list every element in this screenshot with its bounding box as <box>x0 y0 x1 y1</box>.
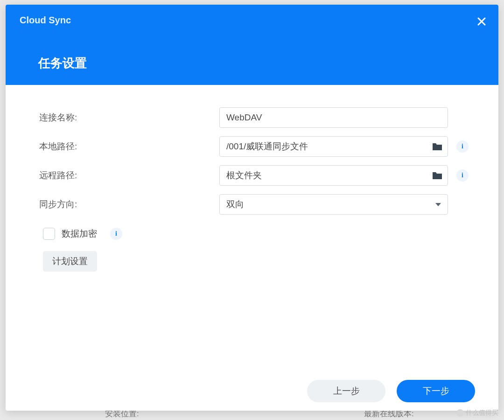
page-title: 任务设置 <box>38 55 87 71</box>
select-sync-direction[interactable]: 双向 <box>219 194 448 215</box>
app-title: Cloud Sync <box>20 15 71 26</box>
row-sync-direction: 同步方向: 双向 <box>39 194 470 215</box>
label-sync-direction: 同步方向: <box>39 198 219 210</box>
label-remote-path: 远程路径: <box>39 169 219 182</box>
input-connection-name[interactable] <box>219 107 448 128</box>
browse-remote-path-button[interactable] <box>432 171 442 180</box>
select-sync-direction-value: 双向 <box>226 198 244 210</box>
browse-local-path-button[interactable] <box>432 142 442 151</box>
dialog-footer: 上一步 下一步 <box>307 380 475 402</box>
info-data-encryption[interactable]: i <box>110 228 122 240</box>
dialog-window: Cloud Sync 任务设置 连接名称: 本地路径: <box>6 5 498 411</box>
close-icon <box>477 17 486 26</box>
watermark: 什么值得买 <box>456 409 498 417</box>
label-data-encryption: 数据加密 <box>62 228 97 240</box>
dialog-header: Cloud Sync 任务设置 <box>6 5 498 85</box>
label-connection-name: 连接名称: <box>39 112 219 124</box>
input-remote-path[interactable] <box>219 165 448 186</box>
label-local-path: 本地路径: <box>39 140 219 153</box>
row-data-encryption: 数据加密 i <box>43 228 470 240</box>
close-button[interactable] <box>476 16 487 27</box>
row-connection-name: 连接名称: <box>39 107 470 128</box>
schedule-settings-button[interactable]: 计划设置 <box>43 251 97 272</box>
dialog-body: 连接名称: 本地路径: i 远程路径: <box>6 85 498 411</box>
chevron-down-icon <box>435 203 441 206</box>
folder-icon <box>432 142 442 151</box>
row-local-path: 本地路径: i <box>39 136 470 157</box>
row-remote-path: 远程路径: i <box>39 165 470 186</box>
info-remote-path[interactable]: i <box>456 169 469 182</box>
checkbox-data-encryption[interactable] <box>43 228 55 240</box>
watermark-text: 什么值得买 <box>466 409 498 417</box>
watermark-icon <box>456 409 464 417</box>
info-local-path[interactable]: i <box>456 140 469 153</box>
prev-button[interactable]: 上一步 <box>307 380 385 402</box>
input-local-path[interactable] <box>219 136 448 157</box>
next-button[interactable]: 下一步 <box>397 380 475 402</box>
folder-icon <box>432 171 442 180</box>
